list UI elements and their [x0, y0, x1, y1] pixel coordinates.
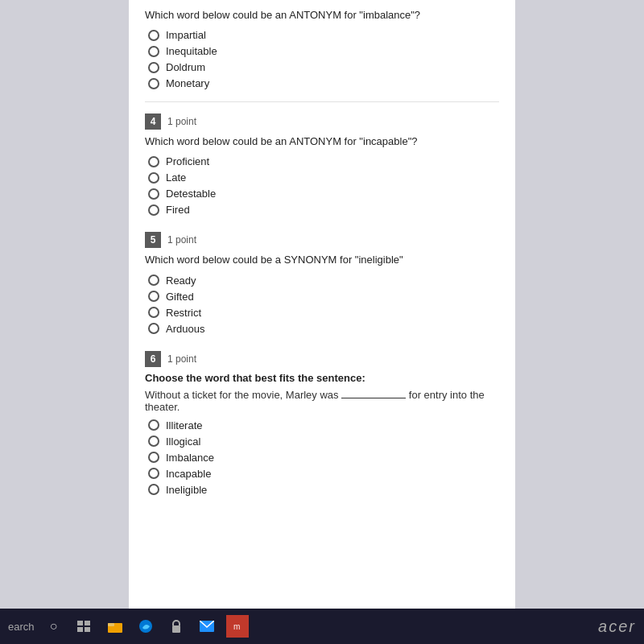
option-label: Illiterate [166, 419, 203, 431]
option-label: Inequitable [166, 45, 217, 57]
radio-impartial[interactable] [148, 30, 159, 41]
radio-inequitable[interactable] [148, 46, 159, 57]
radio-proficient[interactable] [148, 156, 159, 167]
svg-rect-2 [77, 627, 83, 632]
radio-imbalance[interactable] [148, 452, 159, 463]
svg-rect-5 [108, 623, 114, 626]
q4-prompt: Which word below could be an ANTONYM for… [145, 134, 499, 149]
radio-doldrum[interactable] [148, 62, 159, 73]
radio-illogical[interactable] [148, 436, 159, 447]
option-label: Ineligible [166, 484, 207, 496]
sentence-before: Without a ticket for the movie, Marley w… [145, 389, 341, 401]
list-item: Arduous [145, 323, 499, 335]
option-label: Doldrum [166, 61, 205, 73]
option-label: Fired [166, 204, 190, 216]
q6-header: 6 1 point [145, 351, 499, 367]
radio-monetary[interactable] [148, 78, 159, 89]
svg-text:m: m [233, 622, 240, 631]
file-explorer-icon[interactable] [104, 615, 126, 638]
option-label: Detestable [166, 188, 216, 200]
list-item: Detestable [145, 188, 499, 200]
q4-points: 1 point [167, 116, 196, 127]
option-label: Incapable [166, 468, 211, 480]
q6-sentence: Without a ticket for the movie, Marley w… [145, 389, 499, 413]
q6-points: 1 point [167, 353, 196, 365]
q4-header: 4 1 point [145, 114, 499, 130]
q6-bold-prompt: Choose the word that best fits the sente… [145, 372, 499, 384]
search-label: earch [8, 621, 35, 633]
list-item: Gifted [145, 291, 499, 303]
list-item: Late [145, 171, 499, 184]
radio-ineligible[interactable] [148, 484, 159, 495]
option-label: Illogical [166, 436, 200, 448]
option-label: Late [166, 171, 186, 184]
acer-logo: acer [598, 617, 636, 636]
q3-prompt: Which word below could be an ANTONYM for… [145, 8, 499, 23]
content-area: Which word below could be an ANTONYM for… [129, 0, 515, 609]
list-item: Illogical [145, 436, 499, 448]
list-item: Doldrum [145, 61, 499, 73]
list-item: Impartial [145, 29, 499, 41]
start-button[interactable]: ○ [43, 615, 65, 638]
option-label: Restrict [166, 307, 201, 319]
edge-icon[interactable] [134, 615, 157, 638]
q5-header: 5 1 point [145, 232, 499, 248]
radio-illiterate[interactable] [148, 419, 159, 431]
list-item: Restrict [145, 307, 499, 319]
option-label: Impartial [166, 29, 206, 41]
q5-number: 5 [145, 232, 161, 248]
option-label: Arduous [166, 323, 204, 335]
radio-fired[interactable] [148, 204, 159, 216]
list-item: Incapable [145, 468, 499, 480]
option-label: Gifted [166, 291, 194, 303]
q4-number: 4 [145, 114, 161, 130]
svg-rect-0 [77, 621, 83, 625]
lock-icon[interactable] [165, 615, 188, 638]
radio-gifted[interactable] [148, 291, 159, 302]
blank-line [341, 398, 406, 398]
q5-points: 1 point [167, 234, 196, 246]
app-icon-orange[interactable]: m [226, 615, 249, 638]
question-6: 6 1 point Choose the word that best fits… [145, 351, 499, 496]
radio-restrict[interactable] [148, 307, 159, 318]
option-label: Imbalance [166, 452, 214, 464]
task-view-icon[interactable] [73, 615, 96, 638]
list-item: Monetary [145, 77, 499, 89]
radio-detestable[interactable] [148, 188, 159, 200]
svg-rect-7 [172, 625, 180, 633]
list-item: Imbalance [145, 452, 499, 464]
radio-incapable[interactable] [148, 468, 159, 479]
list-item: Proficient [145, 155, 499, 167]
taskbar: earch ○ m acer [0, 609, 644, 644]
q6-number: 6 [145, 351, 161, 367]
option-label: Proficient [166, 155, 209, 167]
question-5: 5 1 point Which word below could be a SY… [145, 232, 499, 334]
list-item: Ready [145, 275, 499, 287]
question-3-continuation: Which word below could be an ANTONYM for… [145, 8, 499, 102]
radio-arduous[interactable] [148, 323, 159, 334]
radio-late[interactable] [148, 172, 159, 184]
q5-prompt: Which word below could be a SYNONYM for … [145, 253, 499, 267]
list-item: Fired [145, 204, 499, 216]
option-label: Monetary [166, 77, 209, 89]
question-4: 4 1 point Which word below could be an A… [145, 114, 499, 216]
list-item: Inequitable [145, 45, 499, 57]
radio-ready[interactable] [148, 275, 159, 286]
screen: Which word below could be an ANTONYM for… [0, 0, 644, 609]
svg-rect-1 [85, 621, 90, 625]
svg-rect-3 [85, 627, 90, 632]
mail-icon[interactable] [196, 615, 218, 638]
list-item: Illiterate [145, 419, 499, 431]
option-label: Ready [166, 275, 196, 287]
list-item: Ineligible [145, 484, 499, 496]
